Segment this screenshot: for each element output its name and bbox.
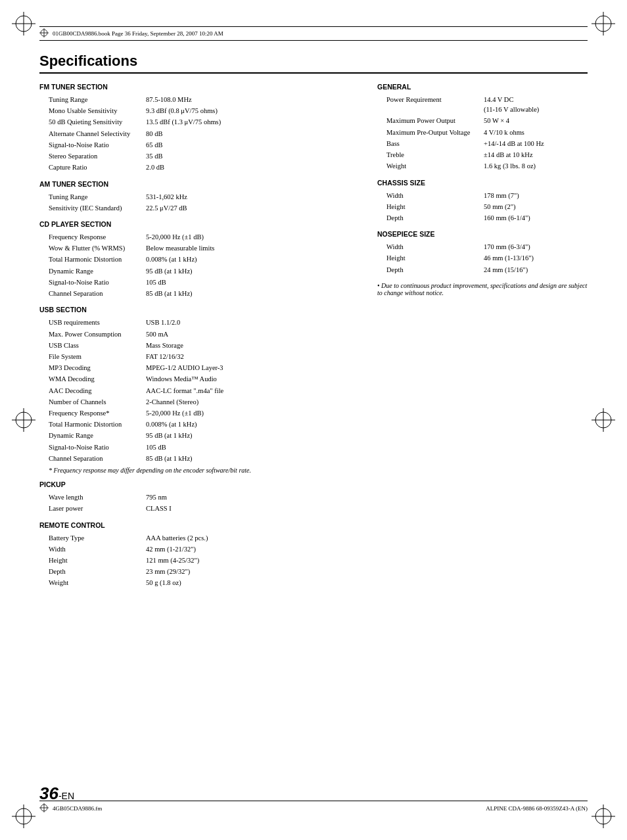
spec-value: 46 mm (1-13/16")	[482, 252, 588, 264]
spec-value: 24 mm (15/16")	[482, 264, 588, 275]
corner-mark-tr	[592, 12, 615, 35]
table-row: Treble±14 dB at 10 kHz	[377, 149, 588, 160]
spec-value: 87.5-108.0 MHz	[145, 94, 358, 105]
spec-label: Height	[39, 555, 145, 566]
footer-file: 4GB05CDA9886.fm	[53, 805, 102, 812]
spec-label: Signal-to-Noise Ratio	[39, 139, 145, 151]
spec-label: USB requirements	[39, 317, 145, 328]
left-column: FM TUNER SECTION Tuning Range87.5-108.0 …	[39, 83, 358, 592]
spec-label: Height	[377, 252, 482, 264]
table-row: Maximum Pre-Output Voltage4 V/10 k ohms	[377, 127, 588, 138]
table-row: Depth23 mm (29/32")	[39, 566, 358, 577]
spec-value: 5-20,000 Hz (±1 dB)	[145, 231, 358, 243]
table-row: Signal-to-Noise Ratio105 dB	[39, 442, 358, 453]
table-row: Sensitivity (IEC Standard)22.5 μV/27 dB	[39, 202, 358, 214]
table-row: Capture Ratio2.0 dB	[39, 162, 358, 173]
table-row: Maximum Power Output50 W × 4	[377, 115, 588, 126]
usb-table: USB requirementsUSB 1.1/2.0Max. Power Co…	[39, 317, 358, 464]
table-row: Width178 mm (7")	[377, 190, 588, 201]
spec-value: 795 nm	[145, 492, 358, 503]
pickup-table: Wave length795 nmLaser powerCLASS I	[39, 492, 358, 514]
pickup-header: PICKUP	[39, 480, 358, 488]
spec-label: File System	[39, 351, 145, 362]
header-text: 01GB00CDA9886.book Page 36 Friday, Septe…	[53, 30, 223, 37]
spec-label: Weight	[377, 160, 482, 172]
spec-value: 65 dB	[145, 139, 358, 151]
spec-value: 95 dB (at 1 kHz)	[145, 266, 358, 277]
am-tuner-header: AM TUNER SECTION	[39, 180, 358, 188]
spec-label: 50 dB Quieting Sensitivity	[39, 116, 145, 128]
spec-label: MP3 Decoding	[39, 362, 145, 373]
spec-label: Tuning Range	[39, 94, 145, 105]
table-row: Height46 mm (1-13/16")	[377, 252, 588, 264]
spec-label: Sensitivity (IEC Standard)	[39, 202, 145, 214]
spec-label: Signal-to-Noise Ratio	[39, 442, 145, 453]
spec-label: Height	[377, 201, 482, 212]
spec-label: Laser power	[39, 503, 145, 514]
fm-tuner-header: FM TUNER SECTION	[39, 83, 358, 91]
table-row: Stereo Separation35 dB	[39, 151, 358, 162]
spec-value: 4 V/10 k ohms	[482, 127, 588, 138]
spec-label: Channel Separation	[39, 453, 145, 464]
spec-value: 5-20,000 Hz (±1 dB)	[145, 408, 358, 419]
spec-label: Tuning Range	[39, 191, 145, 202]
page-number: 36-EN	[39, 783, 74, 804]
table-row: Channel Separation85 dB (at 1 kHz)	[39, 453, 358, 464]
spec-label: Frequency Response	[39, 231, 145, 243]
spec-label: Width	[39, 544, 145, 555]
spec-label: Capture Ratio	[39, 162, 145, 173]
nosepiece-size-table: Width170 mm (6-3/4")Height46 mm (1-13/16…	[377, 241, 588, 275]
table-row: Channel Separation85 dB (at 1 kHz)	[39, 288, 358, 299]
spec-label: AAC Decoding	[39, 385, 145, 396]
table-row: Depth160 mm (6-1/4")	[377, 212, 588, 223]
spec-label: Width	[377, 190, 482, 201]
table-row: Depth24 mm (15/16")	[377, 264, 588, 275]
cd-player-header: CD PLAYER SECTION	[39, 220, 358, 228]
spec-value: 0.008% (at 1 kHz)	[145, 254, 358, 265]
spec-value: ±14 dB at 10 kHz	[482, 149, 588, 160]
spec-label: Channel Separation	[39, 288, 145, 299]
table-row: MP3 DecodingMPEG-1/2 AUDIO Layer-3	[39, 362, 358, 373]
spec-value: 35 dB	[145, 151, 358, 162]
spec-label: WMA Decoding	[39, 373, 145, 385]
fm-tuner-table: Tuning Range87.5-108.0 MHzMono Usable Se…	[39, 94, 358, 174]
spec-value: 85 dB (at 1 kHz)	[145, 453, 358, 464]
table-row: Total Harmonic Distortion0.008% (at 1 kH…	[39, 254, 358, 265]
spec-label: Width	[377, 241, 482, 252]
table-row: Dynamic Range95 dB (at 1 kHz)	[39, 266, 358, 277]
page-title: Specifications	[39, 53, 588, 74]
spec-value: FAT 12/16/32	[145, 351, 358, 362]
table-row: Total Harmonic Distortion0.008% (at 1 kH…	[39, 419, 358, 430]
spec-value: 42 mm (1-21/32")	[145, 544, 358, 555]
spec-value: 121 mm (4-25/32")	[145, 555, 358, 566]
spec-label: Depth	[377, 212, 482, 223]
spec-value: AAA batteries (2 pcs.)	[145, 532, 358, 544]
table-row: Wow & Flutter (% WRMS)Below measurable l…	[39, 243, 358, 254]
spec-value: 500 mA	[145, 329, 358, 340]
usb-note: * Frequency response may differ dependin…	[39, 467, 358, 474]
table-row: Dynamic Range95 dB (at 1 kHz)	[39, 430, 358, 441]
table-row: Frequency Response*5-20,000 Hz (±1 dB)	[39, 408, 358, 419]
table-row: Alternate Channel Selectivity80 dB	[39, 128, 358, 139]
spec-value: 14.4 V DC(11-16 V allowable)	[482, 94, 588, 115]
spec-value: 50 g (1.8 oz)	[145, 577, 358, 588]
spec-value: 178 mm (7")	[482, 190, 588, 201]
spec-label: Stereo Separation	[39, 151, 145, 162]
spec-value: AAC-LC format ".m4a" file	[145, 385, 358, 396]
spec-value: CLASS I	[145, 503, 358, 514]
spec-value: 95 dB (at 1 kHz)	[145, 430, 358, 441]
spec-label: Max. Power Consumption	[39, 329, 145, 340]
chassis-size-table: Width178 mm (7")Height50 mm (2")Depth160…	[377, 190, 588, 224]
spec-value: 531-1,602 kHz	[145, 191, 358, 202]
spec-label: Total Harmonic Distortion	[39, 419, 145, 430]
usb-header: USB SECTION	[39, 306, 358, 314]
table-row: Tuning Range87.5-108.0 MHz	[39, 94, 358, 105]
table-row: Width42 mm (1-21/32")	[39, 544, 358, 555]
spec-label: Total Harmonic Distortion	[39, 254, 145, 265]
spec-value: 85 dB (at 1 kHz)	[145, 288, 358, 299]
table-row: Battery TypeAAA batteries (2 pcs.)	[39, 532, 358, 544]
spec-value: 80 dB	[145, 128, 358, 139]
table-row: Tuning Range531-1,602 kHz	[39, 191, 358, 202]
general-header: GENERAL	[377, 83, 588, 91]
table-row: Number of Channels2-Channel (Stereo)	[39, 396, 358, 408]
